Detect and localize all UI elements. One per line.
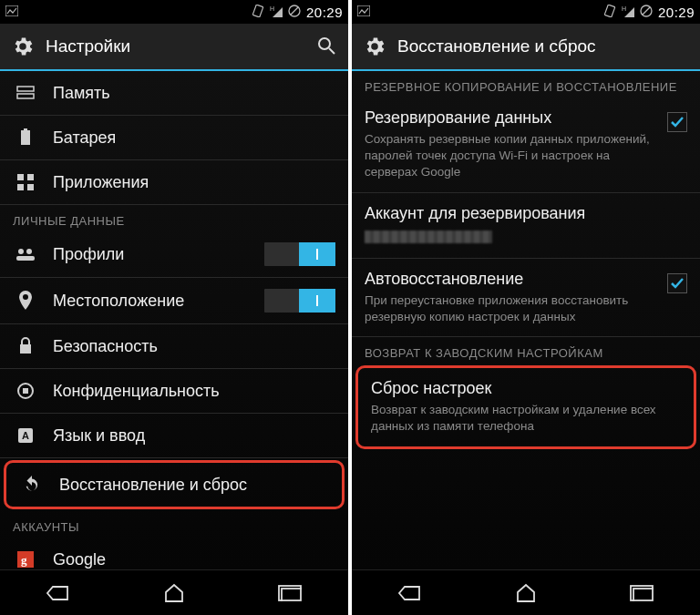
action-bar: Настройки — [0, 24, 348, 71]
profiles-icon — [13, 243, 38, 265]
row-language[interactable]: A Язык и ввод — [0, 414, 348, 458]
status-bar: H 20:29 — [352, 0, 700, 24]
checkbox-auto-restore[interactable] — [667, 273, 687, 293]
row-battery[interactable]: Батарея — [0, 116, 348, 160]
settings-gear-icon[interactable] — [361, 33, 388, 60]
section-backup: РЕЗЕРВНОЕ КОПИРОВАНИЕ И ВОССТАНОВЛЕНИЕ — [352, 71, 700, 97]
section-personal: ЛИЧНЫЕ ДАННЫЕ — [0, 205, 348, 231]
svg-rect-14 — [17, 184, 24, 190]
battery-icon — [13, 127, 38, 149]
page-title: Настройки — [46, 36, 315, 56]
row-privacy[interactable]: Конфиденциальность — [0, 369, 348, 414]
svg-text:H: H — [622, 5, 626, 12]
gallery-icon — [357, 5, 370, 19]
row-backup-account[interactable]: Аккаунт для резервирования — [352, 193, 700, 259]
svg-rect-28 — [357, 5, 370, 16]
svg-rect-12 — [17, 174, 24, 180]
svg-rect-19 — [20, 344, 31, 354]
row-label: Память — [53, 84, 335, 103]
checkbox-backup-data[interactable] — [667, 112, 687, 132]
svg-rect-29 — [604, 5, 615, 17]
google-icon: g — [13, 548, 38, 569]
language-icon: A — [13, 425, 38, 446]
row-factory-reset[interactable]: Сброс настроек Возврат к заводским настр… — [358, 368, 694, 446]
svg-line-33 — [643, 7, 650, 15]
svg-rect-21 — [23, 388, 28, 394]
row-location[interactable]: Местоположение — [0, 278, 348, 324]
svg-rect-27 — [282, 589, 302, 601]
nav-bar — [0, 569, 348, 615]
svg-rect-11 — [24, 128, 27, 130]
content-scroll[interactable]: РЕЗЕРВНОЕ КОПИРОВАНИЕ И ВОССТАНОВЛЕНИЕ Р… — [352, 71, 700, 569]
row-backup-data[interactable]: Резервирование данных Сохранять резервны… — [352, 97, 700, 193]
row-subtitle: Сохранять резервные копии данных приложе… — [365, 131, 658, 181]
signal-icon: H — [270, 5, 283, 20]
content-scroll[interactable]: Память Батарея Приложения ЛИЧНЫЕ ДАННЫЕ … — [0, 71, 348, 569]
row-title: Сброс настроек — [371, 379, 681, 398]
status-time: 20:29 — [306, 5, 343, 20]
status-bar: H 20:29 — [0, 0, 348, 24]
signal-icon: H — [622, 5, 634, 20]
search-icon[interactable] — [315, 35, 339, 58]
svg-point-16 — [18, 249, 24, 254]
svg-rect-0 — [5, 5, 18, 16]
svg-line-5 — [291, 7, 298, 15]
row-backup-reset[interactable]: Восстановление и сброс — [6, 463, 342, 507]
location-icon — [13, 290, 38, 312]
row-memory[interactable]: Память — [0, 71, 348, 116]
row-label: Конфиденциальность — [53, 382, 335, 401]
lock-icon — [13, 335, 38, 357]
svg-text:A: A — [22, 430, 29, 441]
row-label: Батарея — [53, 128, 335, 148]
nav-bar — [352, 569, 700, 615]
nav-home[interactable] — [499, 579, 553, 607]
svg-text:H: H — [270, 5, 274, 12]
toggle-location[interactable] — [264, 289, 335, 313]
account-value-blurred — [365, 231, 492, 243]
svg-rect-10 — [21, 130, 30, 145]
section-reset: ВОЗВРАТ К ЗАВОДСКИМ НАСТРОЙКАМ — [352, 337, 700, 364]
row-subtitle: При переустановке приложения восстановит… — [365, 292, 658, 325]
svg-rect-13 — [27, 174, 34, 180]
apps-icon — [13, 171, 38, 193]
row-profiles[interactable]: Профили — [0, 231, 348, 278]
row-subtitle: Возврат к заводским настройкам и удалени… — [371, 402, 681, 435]
nav-home[interactable] — [147, 579, 201, 607]
row-auto-restore[interactable]: Автовосстановление При переустановке при… — [352, 259, 700, 337]
row-label: Язык и ввод — [53, 426, 335, 446]
phone-right: H 20:29 Восстановление и сброс РЕЗЕРВНОЕ… — [352, 0, 700, 615]
svg-point-17 — [26, 249, 32, 254]
row-title: Аккаунт для резервирования — [365, 204, 687, 223]
phone-left: H 20:29 Настройки Память Батарея Приложе… — [0, 0, 348, 615]
svg-rect-35 — [633, 589, 654, 601]
svg-rect-8 — [17, 87, 34, 91]
privacy-icon — [13, 380, 38, 402]
nav-back[interactable] — [31, 579, 86, 607]
nav-recent[interactable] — [262, 579, 317, 607]
row-security[interactable]: Безопасность — [0, 324, 348, 369]
status-time: 20:29 — [658, 5, 695, 20]
nav-recent[interactable] — [614, 579, 669, 607]
row-label: Восстановление и сброс — [59, 476, 329, 495]
svg-rect-18 — [16, 256, 35, 261]
svg-line-7 — [329, 48, 335, 54]
row-google[interactable]: g Google — [0, 538, 348, 569]
action-bar: Восстановление и сброс — [352, 24, 700, 71]
data-off-icon — [288, 5, 301, 20]
row-apps[interactable]: Приложения — [0, 160, 348, 205]
data-off-icon — [640, 5, 653, 20]
rotation-lock-icon — [603, 5, 616, 20]
highlight-backup-reset: Восстановление и сброс — [4, 460, 345, 509]
restore-icon — [19, 474, 45, 496]
svg-rect-9 — [17, 94, 34, 98]
nav-back[interactable] — [383, 579, 438, 607]
section-accounts: АККАУНТЫ — [0, 511, 348, 538]
settings-gear-icon — [9, 33, 36, 60]
page-title: Восстановление и сброс — [397, 36, 691, 56]
row-label: Google — [53, 550, 335, 569]
svg-rect-15 — [27, 184, 34, 190]
toggle-profiles[interactable] — [264, 242, 335, 266]
gallery-icon — [5, 5, 18, 19]
highlight-factory-reset: Сброс настроек Возврат к заводским настр… — [355, 365, 696, 448]
row-title: Автовосстановление — [365, 270, 658, 289]
